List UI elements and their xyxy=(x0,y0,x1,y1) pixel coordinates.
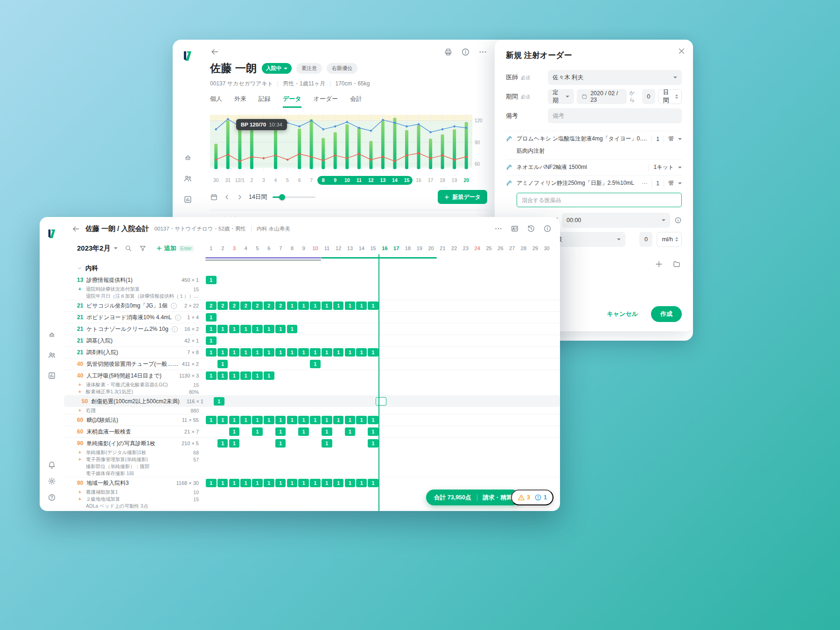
patients-icon[interactable] xyxy=(48,351,56,359)
billing-cell[interactable]: 1 xyxy=(252,371,263,380)
billing-item-row[interactable]: 60糖(試験紙法)11 × 55111111111111111 xyxy=(64,414,560,426)
rate-unit-stepper[interactable]: ml/h xyxy=(657,232,682,247)
billing-cell[interactable]: 1 xyxy=(229,439,240,448)
billing-cell[interactable]: 2 xyxy=(206,301,217,310)
billing-item-row[interactable]: 60末梢血液一般検査21 × 71111111 xyxy=(64,426,560,437)
medication-row[interactable]: ネオエルバNF2輸液 1500ml1キット xyxy=(506,159,682,175)
billing-cell[interactable]: 1 xyxy=(229,371,240,380)
billing-cell[interactable]: 1 xyxy=(275,439,286,448)
tab-データ[interactable]: データ xyxy=(283,95,301,108)
folder-icon[interactable] xyxy=(672,260,681,268)
slider-handle[interactable] xyxy=(279,194,285,200)
admission-status-badge[interactable]: 入院中 xyxy=(262,63,292,74)
billing-item-row[interactable]: 40人工呼吸(5時間超14日目まで)1130 × 3111111 xyxy=(64,370,560,381)
cancel-button[interactable]: キャンセル xyxy=(604,309,641,319)
billing-cell[interactable]: 1 xyxy=(264,479,274,487)
tab-外来[interactable]: 外来 xyxy=(234,95,246,108)
billing-cell[interactable]: 1 xyxy=(322,427,332,436)
billing-cell[interactable]: 1 xyxy=(345,479,356,487)
billing-cell[interactable]: 1 xyxy=(206,313,217,322)
billing-cell[interactable]: 1 xyxy=(298,301,309,310)
section-header[interactable]: 内科 xyxy=(64,262,560,274)
info-icon[interactable]: i xyxy=(175,315,181,321)
billing-cell[interactable]: 1 xyxy=(217,348,228,357)
chart-date-label[interactable]: 20 xyxy=(459,177,473,183)
billing-cell[interactable]: 2 xyxy=(252,301,263,310)
alerts-pill[interactable]: 3 1 xyxy=(511,490,553,505)
more-icon[interactable] xyxy=(494,224,503,233)
billing-cell[interactable]: 1 xyxy=(310,301,321,310)
billing-cell[interactable]: 1 xyxy=(252,427,263,436)
search-icon[interactable] xyxy=(125,245,132,252)
billing-cell[interactable]: 1 xyxy=(217,371,228,380)
billing-cell[interactable]: 1 xyxy=(287,325,298,333)
info-icon[interactable] xyxy=(461,48,470,56)
billing-cell[interactable]: 1 xyxy=(333,348,344,357)
memo-input[interactable] xyxy=(548,108,682,123)
billing-item-row[interactable]: 90単純撮影(イ)の写真診断1枚210 × 511111 xyxy=(64,438,560,449)
stepper-arrows-icon[interactable] xyxy=(675,94,678,99)
billing-cell[interactable]: 1 xyxy=(217,479,228,487)
billing-cell[interactable]: 1 xyxy=(240,348,251,357)
bell-icon[interactable] xyxy=(48,461,56,469)
billing-cell[interactable]: 1 xyxy=(206,371,217,380)
billing-cell[interactable]: 1 xyxy=(240,416,251,424)
billing-cell[interactable]: 1 xyxy=(298,427,309,436)
billing-item-row[interactable]: 21調基(入院)42 × 11 xyxy=(64,335,560,346)
history-icon[interactable] xyxy=(527,224,535,233)
doctor-select[interactable]: 佐々木 利夫 xyxy=(548,70,682,85)
info-icon[interactable] xyxy=(543,224,552,233)
billing-cell[interactable]: 1 xyxy=(229,416,240,424)
billing-cell[interactable]: 1 xyxy=(345,416,356,424)
create-button[interactable]: 作成 xyxy=(651,306,682,322)
billing-cell[interactable]: 1 xyxy=(206,479,217,487)
billing-cell[interactable]: 1 xyxy=(287,301,298,310)
help-icon[interactable] xyxy=(48,493,56,502)
medication-row[interactable]: アミノフィリン静注250mg「日新」2.5%10mL⋯1管 xyxy=(506,175,682,191)
billing-cell[interactable]: 1 xyxy=(264,416,274,424)
prev-range-icon[interactable] xyxy=(224,194,231,201)
info-icon[interactable]: i xyxy=(171,303,177,309)
mix-drug-input[interactable] xyxy=(517,193,682,207)
billing-cell[interactable]: 1 xyxy=(287,348,298,357)
billing-cell[interactable]: 1 xyxy=(368,479,378,487)
medication-unit[interactable]: 管 xyxy=(668,135,674,143)
billing-cell[interactable]: 1 xyxy=(206,336,217,345)
billing-cell[interactable]: 1 xyxy=(322,301,332,310)
close-icon[interactable] xyxy=(678,47,686,55)
billing-cell[interactable]: 1 xyxy=(287,416,298,424)
period-type-select[interactable]: 定期 xyxy=(548,89,574,104)
billing-item-row[interactable]: 90地域一般入院料31168 × 30111111111111111 xyxy=(64,477,560,489)
time-select[interactable]: 00:00 xyxy=(562,213,670,228)
add-item-button[interactable]: 追加Enter xyxy=(154,244,196,253)
medication-qty[interactable]: 1 xyxy=(656,180,659,187)
billing-cell[interactable]: 1 xyxy=(368,439,378,448)
billing-cell[interactable]: 1 xyxy=(345,301,356,310)
tab-個人[interactable]: 個人 xyxy=(210,95,222,108)
billing-cell[interactable]: 1 xyxy=(217,325,228,333)
back-arrow[interactable] xyxy=(210,47,219,56)
billing-cell[interactable]: 1 xyxy=(310,416,321,424)
billing-cell[interactable]: 1 xyxy=(356,301,367,310)
billing-cell[interactable]: 1 xyxy=(275,427,286,436)
eject-icon[interactable] xyxy=(48,330,56,339)
billing-item-row[interactable]: 40気管切開後留置用チューブ(一般… 1本411 × 211 xyxy=(64,358,560,370)
billing-cell[interactable]: 1 xyxy=(217,360,228,368)
billing-cell[interactable]: 1 xyxy=(252,416,263,424)
add-medication-icon[interactable] xyxy=(655,260,663,268)
billing-cell[interactable]: 1 xyxy=(252,325,263,333)
stats-icon[interactable] xyxy=(183,195,192,204)
billing-cell[interactable]: 1 xyxy=(264,325,274,333)
billing-cell[interactable]: 1 xyxy=(240,479,251,487)
eject-icon[interactable] xyxy=(183,153,192,162)
period-days-input[interactable]: 0 xyxy=(642,89,655,104)
billing-cell[interactable]: 1 xyxy=(322,479,332,487)
billing-cell[interactable]: 1 xyxy=(298,479,309,487)
billing-cell[interactable]: 1 xyxy=(275,348,286,357)
tab-記録[interactable]: 記録 xyxy=(259,95,271,108)
billing-cell[interactable]: 2 xyxy=(275,301,286,310)
billing-cell[interactable]: 1 xyxy=(240,325,251,333)
billing-cell[interactable]: 1 xyxy=(206,325,217,333)
billing-cell[interactable]: 1 xyxy=(322,439,332,448)
more-icon[interactable] xyxy=(478,48,487,56)
